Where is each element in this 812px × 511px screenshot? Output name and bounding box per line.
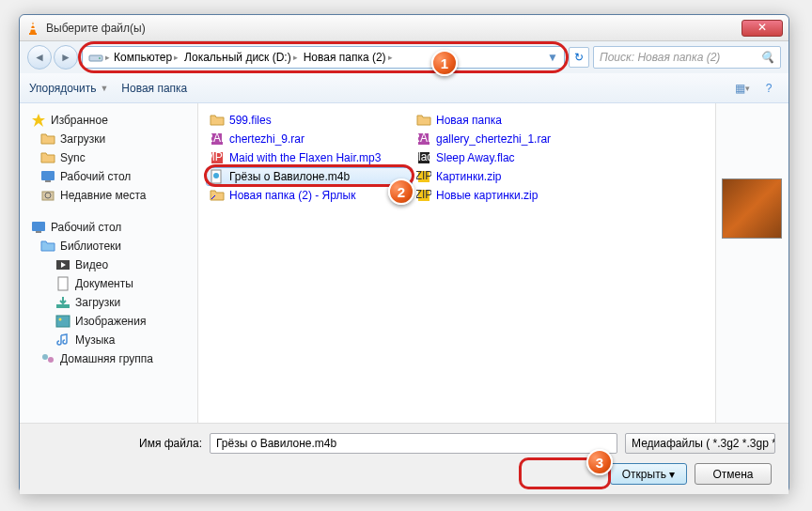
file-item[interactable]: RARgallery_chertezhi_1.rar [413,130,619,148]
crumb-computer[interactable]: Компьютер▸ [112,51,180,64]
sidebar-item-recent[interactable]: Недавние места [23,186,194,205]
drive-icon [88,50,103,65]
svg-point-5 [99,57,101,59]
toolbar: Упорядочить ▼ Новая папка ▦ ▾ ? [20,73,789,103]
svg-text:RAR: RAR [416,132,431,145]
svg-rect-11 [32,222,45,231]
preview-pane [715,103,789,423]
svg-text:ZIP: ZIP [416,188,431,201]
shortcut-icon [210,188,225,203]
file-item[interactable]: ZIPНовые картинки.zip [413,186,619,205]
recent-icon [40,188,55,203]
file-item-selected[interactable]: Грёзы о Вавилоне.m4b [206,167,413,186]
rar-icon: RAR [210,132,225,147]
file-item[interactable]: Новая папка [413,111,619,130]
filetype-dropdown[interactable]: Медиафайлы ( *.3g2 *.3gp *.3g▾ [625,433,775,454]
filename-input[interactable] [210,433,617,454]
svg-marker-6 [32,114,45,127]
file-item[interactable]: flacSleep Away.flac [413,148,619,167]
view-icon[interactable]: ▦ ▾ [732,79,753,98]
sidebar-item-sync[interactable]: Sync [23,148,194,167]
svg-point-20 [48,357,54,363]
svg-rect-8 [45,180,51,182]
svg-rect-17 [56,316,70,327]
crumb-folder[interactable]: Новая папка (2)▸ [302,51,395,64]
homegroup-icon [40,351,55,366]
callout-3: 3 [586,449,613,475]
sidebar-item-documents[interactable]: Документы [23,274,194,293]
search-input[interactable]: Поиск: Новая папка (2)🔍 [593,46,781,69]
library-icon [40,239,55,254]
file-dialog: Выберите файл(ы) ✕ ◄ ► ▸ Компьютер▸ Лока… [19,14,789,493]
organize-button[interactable]: Упорядочить ▼ [29,82,108,95]
nav-row: ◄ ► ▸ Компьютер▸ Локальный диск (D:)▸ Но… [20,41,789,73]
svg-rect-3 [31,28,36,30]
svg-rect-15 [58,277,68,290]
svg-point-19 [42,354,48,360]
sidebar-desktop-hdr[interactable]: Рабочий стол [23,218,194,237]
star-icon [31,113,46,128]
sidebar-item-downloads[interactable]: Загрузки [23,130,194,148]
forward-button[interactable]: ► [54,45,78,70]
svg-rect-2 [31,24,35,26]
svg-text:flac: flac [416,150,431,163]
audio-icon: flac [416,150,431,165]
sidebar-favorites[interactable]: Избранное [23,111,194,130]
titlebar[interactable]: Выберите файл(ы) ✕ [20,15,789,41]
folder-icon [416,113,431,128]
desktop-icon [31,220,46,235]
address-bar[interactable]: ▸ Компьютер▸ Локальный диск (D:)▸ Новая … [82,46,565,69]
file-item[interactable]: Новая папка (2) - Ярлык [206,186,413,205]
doc-icon [55,276,70,291]
sidebar-item-images[interactable]: Изображения [23,312,194,331]
sidebar-item-music[interactable]: Музыка [23,331,194,349]
svg-marker-0 [30,22,36,33]
refresh-button[interactable]: ↻ [569,47,589,68]
sidebar-item-downloads2[interactable]: Загрузки [23,293,194,312]
svg-text:ZIP: ZIP [416,169,431,182]
zip-icon: ZIP [416,169,431,184]
desktop-icon [40,169,55,184]
close-button[interactable]: ✕ [742,20,783,37]
svg-point-18 [59,318,62,321]
image-icon [55,314,70,329]
audio-icon [210,169,225,184]
folder-icon [40,132,55,147]
sidebar-libraries[interactable]: Библиотеки [23,237,194,256]
file-item[interactable]: ZIPКартинки.zip [413,167,619,186]
window-title: Выберите файл(ы) [46,22,742,35]
vlc-icon [25,21,40,36]
zip-icon: ZIP [416,188,431,203]
open-button[interactable]: Открыть ▾ [610,463,687,485]
svg-rect-1 [29,33,37,35]
file-item[interactable]: MP3Maid with the Flaxen Hair.mp3 [206,148,413,167]
callout-1: 1 [431,50,458,76]
svg-text:RAR: RAR [210,132,225,145]
sidebar-homegroup[interactable]: Домашняя группа [23,349,194,368]
video-icon [55,257,70,272]
preview-thumbnail [722,178,782,239]
crumb-drive[interactable]: Локальный диск (D:)▸ [182,51,300,64]
audio-icon: MP3 [210,150,225,165]
svg-rect-7 [41,171,55,180]
newfolder-button[interactable]: Новая папка [121,82,187,95]
back-button[interactable]: ◄ [27,45,52,70]
svg-text:MP3: MP3 [210,150,225,163]
file-list: 599.files RARchertezhi_9.rar MP3Maid wit… [198,103,715,423]
folder-icon [210,113,225,128]
file-item[interactable]: RARchertezhi_9.rar [206,130,413,148]
help-icon[interactable]: ? [758,79,779,98]
music-icon [55,333,70,348]
filename-label: Имя файла: [33,437,202,450]
callout-2: 2 [388,178,414,205]
rar-icon: RAR [416,132,431,147]
sidebar: Избранное Загрузки Sync Рабочий стол Нед… [20,103,198,423]
cancel-button[interactable]: Отмена [695,463,772,485]
footer: Имя файла: Медиафайлы ( *.3g2 *.3gp *.3g… [20,423,789,494]
file-item[interactable]: 599.files [206,111,413,130]
download-icon [55,295,70,310]
svg-point-26 [213,173,219,178]
search-icon: 🔍 [760,51,774,64]
sidebar-item-desktop[interactable]: Рабочий стол [23,167,194,186]
sidebar-item-video[interactable]: Видео [23,256,194,274]
